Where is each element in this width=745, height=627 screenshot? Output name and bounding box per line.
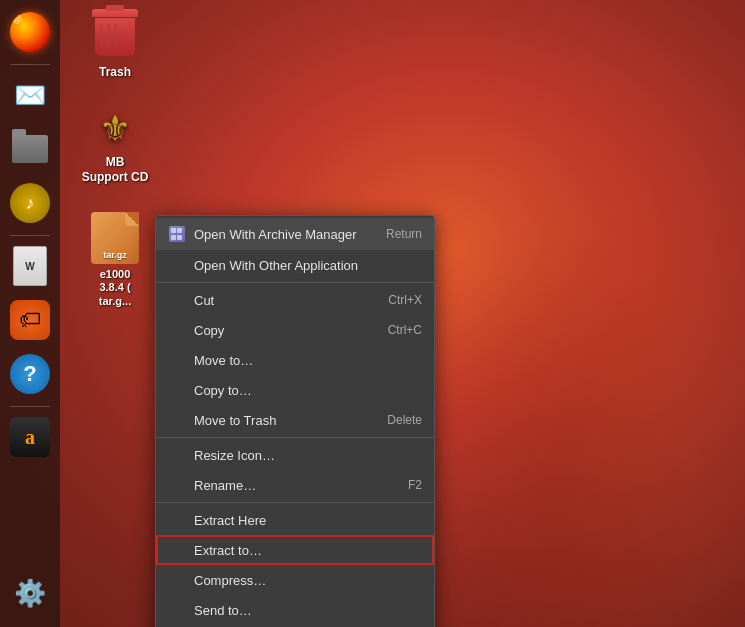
copy-to-icon bbox=[168, 381, 186, 399]
context-menu-item-compress[interactable]: Compress… bbox=[156, 565, 434, 595]
context-menu-item-copy[interactable]: Copy Ctrl+C bbox=[156, 315, 434, 345]
mb-support-cd-label: MB Support CD bbox=[82, 155, 149, 184]
trash-icon-image bbox=[91, 9, 139, 61]
context-menu-item-extract-to[interactable]: Extract to… bbox=[156, 535, 434, 565]
cut-icon bbox=[168, 291, 186, 309]
resize-icon-icon bbox=[168, 446, 186, 464]
context-menu-item-move-to-trash[interactable]: Move to Trash Delete bbox=[156, 405, 434, 435]
extract-here-label: Extract Here bbox=[194, 513, 422, 528]
taskbar-icon-music[interactable]: ♪ bbox=[6, 179, 54, 227]
context-menu-item-copy-to[interactable]: Copy to… bbox=[156, 375, 434, 405]
context-menu-item-cut[interactable]: Cut Ctrl+X bbox=[156, 285, 434, 315]
cut-shortcut: Ctrl+X bbox=[388, 293, 422, 307]
open-archive-shortcut: Return bbox=[386, 227, 422, 241]
archive-manager-icon bbox=[168, 225, 186, 243]
context-menu-item-open-archive[interactable]: Open With Archive Manager Return bbox=[156, 218, 434, 250]
extract-here-icon bbox=[168, 511, 186, 529]
taskbar-icon-files[interactable] bbox=[6, 125, 54, 173]
trash-body bbox=[95, 18, 135, 56]
taskbar-icon-writer[interactable]: W bbox=[6, 242, 54, 290]
menu-separator-3 bbox=[156, 502, 434, 503]
menu-separator-2 bbox=[156, 437, 434, 438]
desktop-icons-area: Trash ⚜ MB Support CD tar.gz e1000 3.8.4… bbox=[75, 5, 155, 312]
context-menu: Open With Archive Manager Return Open Wi… bbox=[155, 215, 435, 627]
taskbar: ✉️ ♪ W 🏷 ? a ⚙️ bbox=[0, 0, 60, 627]
taskbar-icon-settings[interactable]: ⚙️ bbox=[6, 569, 54, 617]
rename-icon bbox=[168, 476, 186, 494]
mb-icon-image: ⚜ bbox=[91, 107, 139, 151]
context-menu-item-extract-here[interactable]: Extract Here bbox=[156, 505, 434, 535]
desktop-icon-trash[interactable]: Trash bbox=[75, 5, 155, 83]
taskbar-icon-amazon[interactable]: a bbox=[6, 413, 54, 461]
cut-label: Cut bbox=[194, 293, 368, 308]
trash-lid bbox=[92, 9, 138, 17]
taskbar-icon-email[interactable]: ✉️ bbox=[6, 71, 54, 119]
move-to-trash-shortcut: Delete bbox=[387, 413, 422, 427]
move-to-trash-label: Move to Trash bbox=[194, 413, 367, 428]
move-to-label: Move to… bbox=[194, 353, 422, 368]
compress-icon bbox=[168, 571, 186, 589]
send-to-icon bbox=[168, 601, 186, 619]
desktop-icon-tar-file[interactable]: tar.gz e1000 3.8.4 ( tar.g... bbox=[75, 208, 155, 312]
trash-label: Trash bbox=[99, 65, 131, 79]
taskbar-divider-2 bbox=[10, 235, 50, 236]
extract-to-label: Extract to… bbox=[194, 543, 422, 558]
open-archive-label: Open With Archive Manager bbox=[194, 227, 366, 242]
rename-shortcut: F2 bbox=[408, 478, 422, 492]
tar-file-icon-image: tar.gz bbox=[91, 212, 139, 264]
resize-icon-label: Resize Icon… bbox=[194, 448, 422, 463]
open-other-label: Open With Other Application bbox=[194, 258, 422, 273]
taskbar-icon-help[interactable]: ? bbox=[6, 350, 54, 398]
context-menu-item-open-other[interactable]: Open With Other Application bbox=[156, 250, 434, 280]
taskbar-icon-firefox[interactable] bbox=[6, 8, 54, 56]
mb-wings-icon: ⚜ bbox=[99, 111, 131, 147]
taskbar-icon-software[interactable]: 🏷 bbox=[6, 296, 54, 344]
context-menu-item-send-to[interactable]: Send to… bbox=[156, 595, 434, 625]
tar-file-label: e1000 3.8.4 ( tar.g... bbox=[99, 268, 131, 308]
copy-to-label: Copy to… bbox=[194, 383, 422, 398]
move-to-trash-icon bbox=[168, 411, 186, 429]
copy-shortcut: Ctrl+C bbox=[388, 323, 422, 337]
taskbar-divider-1 bbox=[10, 64, 50, 65]
move-to-icon bbox=[168, 351, 186, 369]
desktop-icon-mb-support-cd[interactable]: ⚜ MB Support CD bbox=[75, 103, 155, 188]
context-menu-item-resize-icon[interactable]: Resize Icon… bbox=[156, 440, 434, 470]
send-to-label: Send to… bbox=[194, 603, 422, 618]
copy-label: Copy bbox=[194, 323, 368, 338]
open-other-icon bbox=[168, 256, 186, 274]
taskbar-divider-3 bbox=[10, 406, 50, 407]
copy-icon bbox=[168, 321, 186, 339]
rename-label: Rename… bbox=[194, 478, 388, 493]
context-menu-item-rename[interactable]: Rename… F2 bbox=[156, 470, 434, 500]
extract-to-icon bbox=[168, 541, 186, 559]
context-menu-item-move-to[interactable]: Move to… bbox=[156, 345, 434, 375]
menu-separator-1 bbox=[156, 282, 434, 283]
compress-label: Compress… bbox=[194, 573, 422, 588]
